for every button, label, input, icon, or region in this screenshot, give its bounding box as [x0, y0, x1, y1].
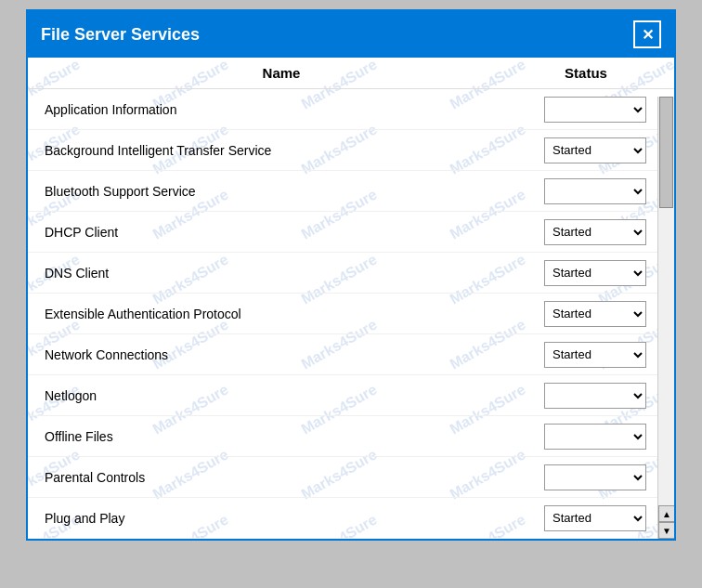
service-name: Plug and Play [28, 511, 526, 526]
table-row: NetlogonStartedStoppedPaused [28, 375, 674, 416]
window-title: File Server Services [41, 25, 200, 45]
service-name: Netlogon [28, 388, 526, 403]
status-select[interactable]: StartedStoppedPaused [544, 342, 646, 368]
table-row: Plug and PlayStartedStoppedPaused [28, 498, 674, 539]
table-row: Extensible Authentication ProtocolStarte… [28, 294, 674, 334]
status-column-header: Status [526, 65, 674, 81]
table-row: Offline FilesStartedStoppedPaused [28, 416, 674, 457]
service-name: Offline Files [28, 429, 526, 444]
service-name: Bluetooth Support Service [28, 184, 526, 199]
rows-container: Application InformationStartedStoppedPau… [28, 89, 674, 539]
service-status-cell: StartedStoppedPaused [526, 464, 674, 490]
service-status-cell: StartedStoppedPaused [526, 301, 674, 327]
status-select[interactable]: StartedStoppedPaused [544, 383, 646, 409]
main-window: File Server Services ✕ Marks4SureMarks4S… [26, 9, 676, 541]
service-status-cell: StartedStoppedPaused [526, 505, 674, 531]
status-select[interactable]: StartedStoppedPaused [544, 505, 646, 531]
services-table: Name Status Application InformationStart… [28, 58, 674, 539]
status-select[interactable]: StartedStoppedPaused [544, 97, 646, 123]
name-column-header: Name [28, 65, 526, 81]
table-header: Name Status [28, 58, 674, 89]
service-status-cell: StartedStoppedPaused [526, 342, 674, 368]
status-select[interactable]: StartedStoppedPaused [544, 178, 646, 204]
service-name: DHCP Client [28, 225, 526, 240]
status-select[interactable]: StartedStoppedPaused [544, 424, 646, 450]
table-row: DNS ClientStartedStoppedPaused [28, 253, 674, 294]
service-status-cell: StartedStoppedPaused [526, 178, 674, 204]
window-content: Marks4SureMarks4SureMarks4SureMarks4Sure… [28, 58, 674, 539]
service-status-cell: StartedStoppedPaused [526, 137, 674, 163]
table-row: Background Intelligent Transfer ServiceS… [28, 130, 674, 171]
service-name: DNS Client [28, 266, 526, 281]
table-row: DHCP ClientStartedStoppedPaused [28, 212, 674, 253]
scrollbar-down-arrow[interactable]: ▼ [658, 522, 674, 539]
close-button[interactable]: ✕ [633, 20, 661, 48]
table-row: Application InformationStartedStoppedPau… [28, 89, 674, 130]
table-row: Parental ControlsStartedStoppedPaused [28, 457, 674, 498]
service-name: Application Information [28, 102, 526, 117]
service-name: Network Connections [28, 347, 526, 362]
service-status-cell: StartedStoppedPaused [526, 219, 674, 245]
status-select[interactable]: StartedStoppedPaused [544, 301, 646, 327]
status-select[interactable]: StartedStoppedPaused [544, 137, 646, 163]
service-name: Extensible Authentication Protocol [28, 307, 526, 321]
service-name: Parental Controls [28, 470, 526, 485]
status-select[interactable]: StartedStoppedPaused [544, 219, 646, 245]
title-bar: File Server Services ✕ [28, 11, 674, 58]
service-name: Background Intelligent Transfer Service [28, 143, 526, 158]
status-select[interactable]: StartedStoppedPaused [544, 260, 646, 286]
scrollbar-up-arrow[interactable]: ▲ [658, 505, 674, 522]
table-row: Network ConnectionsStartedStoppedPaused [28, 334, 674, 375]
scrollbar: ▲ ▼ [657, 97, 674, 539]
scrollbar-thumb[interactable] [659, 97, 673, 208]
service-status-cell: StartedStoppedPaused [526, 424, 674, 450]
service-status-cell: StartedStoppedPaused [526, 260, 674, 286]
status-select[interactable]: StartedStoppedPaused [544, 464, 646, 490]
service-status-cell: StartedStoppedPaused [526, 97, 674, 123]
table-row: Bluetooth Support ServiceStartedStoppedP… [28, 171, 674, 212]
service-status-cell: StartedStoppedPaused [526, 383, 674, 409]
